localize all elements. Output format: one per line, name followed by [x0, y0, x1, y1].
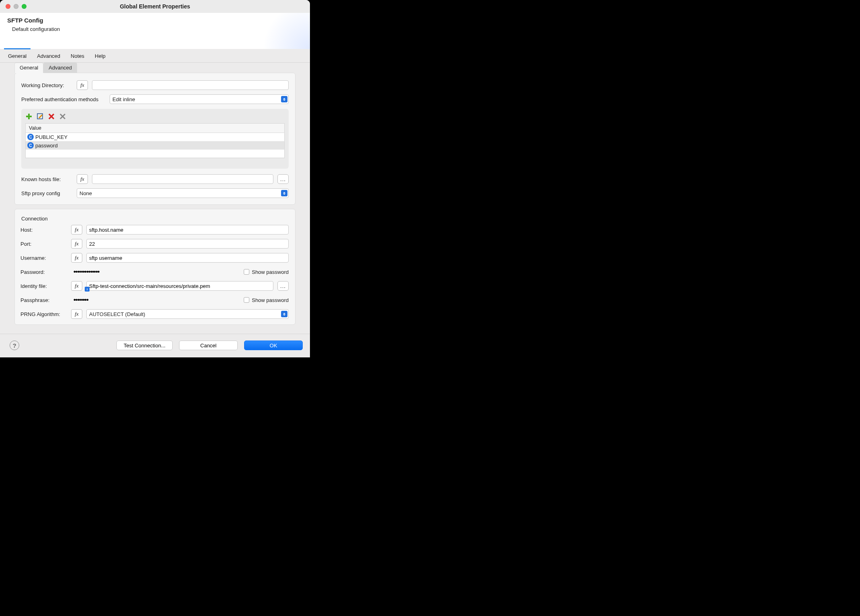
browse-identity-button[interactable]: ...: [277, 281, 289, 291]
config-subtitle: Default configuration: [12, 26, 303, 32]
host-label: Host:: [20, 227, 67, 233]
username-label: Username:: [20, 255, 67, 261]
select-arrows-icon: [281, 190, 287, 196]
auth-methods-listbox: Value C PUBLIC_KEY C password: [21, 109, 289, 169]
general-panel: Working Directory: fx Preferred authenti…: [14, 73, 295, 205]
password-label: Password:: [20, 269, 67, 275]
ok-button[interactable]: OK: [244, 341, 303, 350]
connection-section-label: Connection: [21, 216, 289, 222]
tools-button[interactable]: [59, 113, 66, 120]
identity-input-wrapper: i: [86, 281, 273, 291]
test-connection-button[interactable]: Test Connection...: [116, 341, 173, 350]
identity-input[interactable]: [86, 281, 273, 291]
port-input[interactable]: [86, 239, 289, 249]
tab-help[interactable]: Help: [92, 49, 108, 62]
inner-tabs: General Advanced: [14, 63, 295, 73]
known-hosts-label: Known hosts file:: [21, 176, 73, 182]
auth-table: Value C PUBLIC_KEY C password: [25, 123, 285, 158]
working-directory-row: Working Directory: fx: [21, 80, 289, 90]
cancel-button[interactable]: Cancel: [179, 341, 238, 350]
password-row: Password: Show password: [20, 267, 289, 277]
edit-item-button[interactable]: [37, 113, 44, 120]
fx-button-host[interactable]: fx: [71, 225, 82, 235]
show-password-toggle[interactable]: Show password: [244, 269, 289, 275]
help-button[interactable]: ?: [10, 341, 19, 350]
fx-button-prng[interactable]: fx: [71, 309, 82, 319]
passphrase-input[interactable]: [71, 295, 240, 305]
pref-auth-select[interactable]: Edit inline: [110, 94, 289, 104]
body: General Advanced Working Directory: fx P…: [0, 63, 310, 334]
password-input[interactable]: [71, 267, 240, 277]
working-directory-label: Working Directory:: [21, 82, 73, 88]
host-input[interactable]: [86, 225, 289, 235]
port-label: Port:: [20, 241, 67, 247]
prng-label: PRNG Algorithm:: [20, 311, 67, 317]
header: SFTP Config Default configuration: [0, 13, 310, 49]
auth-item-label: PUBLIC_KEY: [35, 134, 67, 140]
delete-item-button[interactable]: [48, 113, 55, 120]
known-hosts-input[interactable]: [92, 174, 273, 184]
pref-auth-selected: Edit inline: [112, 96, 135, 102]
fx-button-known-hosts[interactable]: fx: [77, 174, 88, 184]
select-arrows-icon: [281, 311, 287, 317]
show-password-label: Show password: [252, 269, 289, 275]
auth-table-header: Value: [26, 124, 284, 133]
table-row[interactable]: C password: [26, 141, 284, 150]
identity-row: Identity file: fx i ...: [20, 281, 289, 291]
show-passphrase-toggle[interactable]: Show password: [244, 297, 289, 303]
tab-notes[interactable]: Notes: [68, 49, 87, 62]
table-row-empty: [26, 150, 284, 158]
tab-advanced[interactable]: Advanced: [35, 49, 63, 62]
dialog-window: Global Element Properties SFTP Config De…: [0, 0, 310, 357]
prng-select[interactable]: AUTOSELECT (Default): [86, 309, 289, 319]
pref-auth-row: Preferred authentication methods Edit in…: [21, 94, 289, 104]
window-title: Global Element Properties: [0, 3, 310, 10]
outer-tabs: General Advanced Notes Help: [0, 49, 310, 63]
fx-button-username[interactable]: fx: [71, 253, 82, 263]
list-toolbar: [25, 113, 285, 120]
host-row: Host: fx: [20, 225, 289, 235]
prng-row: PRNG Algorithm: fx AUTOSELECT (Default): [20, 309, 289, 319]
working-directory-input[interactable]: [92, 80, 289, 90]
sftp-proxy-row: Sftp proxy config None: [21, 188, 289, 198]
username-row: Username: fx: [20, 253, 289, 263]
fx-button-working-dir[interactable]: fx: [77, 80, 88, 90]
fx-button-port[interactable]: fx: [71, 239, 82, 249]
passphrase-label: Passphrase:: [20, 297, 67, 303]
passphrase-row: Passphrase: Show password: [20, 295, 289, 305]
footer: ? Test Connection... Cancel OK: [0, 334, 310, 357]
identity-label: Identity file:: [20, 283, 67, 289]
sftp-proxy-selected: None: [79, 190, 92, 196]
sftp-proxy-select[interactable]: None: [77, 188, 289, 198]
checkbox-icon: [244, 269, 249, 275]
titlebar: Global Element Properties: [0, 0, 310, 13]
tab-general[interactable]: General: [6, 49, 29, 62]
browse-known-hosts-button[interactable]: ...: [277, 174, 289, 184]
port-row: Port: fx: [20, 239, 289, 249]
add-item-button[interactable]: [25, 113, 33, 120]
pref-auth-label: Preferred authentication methods: [21, 96, 106, 102]
fx-button-identity[interactable]: fx: [71, 281, 82, 291]
info-badge-icon: i: [85, 287, 90, 292]
connection-panel: Connection Host: fx Port: fx Username: f…: [14, 209, 295, 325]
auth-item-label: password: [35, 143, 58, 149]
svg-point-3: [62, 116, 63, 117]
table-row[interactable]: C PUBLIC_KEY: [26, 133, 284, 141]
svg-rect-1: [26, 116, 32, 117]
show-passphrase-label: Show password: [252, 297, 289, 303]
prng-selected: AUTOSELECT (Default): [89, 311, 145, 317]
item-icon: C: [27, 134, 34, 140]
checkbox-icon: [244, 297, 249, 303]
item-icon: C: [27, 142, 34, 149]
known-hosts-row: Known hosts file: fx ...: [21, 174, 289, 184]
config-title: SFTP Config: [7, 17, 303, 24]
inner-tab-general[interactable]: General: [14, 63, 43, 73]
username-input[interactable]: [86, 253, 289, 263]
select-arrows-icon: [281, 96, 287, 102]
sftp-proxy-label: Sftp proxy config: [21, 190, 73, 196]
inner-tab-advanced[interactable]: Advanced: [43, 63, 77, 73]
